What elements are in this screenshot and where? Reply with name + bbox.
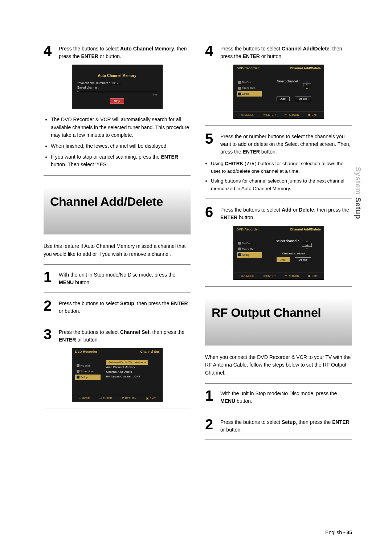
- step-number: 3: [44, 327, 56, 344]
- rf-intro: When you connect the DVD Recorder & VCR …: [205, 353, 352, 377]
- delete-button: Delete: [295, 97, 311, 101]
- osd-channel-add-delete-2: DVD-RecorderChannel Add/Delete No Disc T…: [233, 226, 324, 280]
- add-button: Add: [277, 97, 290, 101]
- osd-footer: ↔ MOVE⏎ ENTER↶ RETURN▣ EXIT: [72, 395, 162, 402]
- step-text: Press the buttons to select Add or Delet…: [220, 205, 352, 221]
- thick-divider: [205, 383, 352, 384]
- osd-row: Antenna/Cable TV : Antenna: [106, 360, 148, 365]
- section-channel-add-delete: Channel Add/Delete: [44, 187, 191, 234]
- divider: [205, 199, 352, 199]
- osd-line: Total channel numbers : 02/125: [77, 81, 157, 85]
- add-step-3: 3 Press the buttons to select Channel Se…: [44, 327, 191, 344]
- divider: [205, 125, 352, 126]
- add-step-1: 1 With the unit in Stop mode/No Disc mod…: [44, 270, 191, 286]
- step-text: Press the buttons to select Setup, then …: [59, 298, 191, 315]
- step4-bullets: The DVD Recorder & VCR will automaticall…: [51, 116, 191, 169]
- osd-channel-add-delete-1: DVD-RecorderChannel Add/Delete No Disc T…: [233, 65, 324, 119]
- divider: [44, 321, 191, 321]
- right-column: 4 Press the buttons to select Channel Ad…: [205, 44, 352, 446]
- step-number: 4: [44, 44, 56, 60]
- select-channel-row: Select channel : ▲1▼: [268, 79, 320, 90]
- side-tab: System Setup: [354, 167, 362, 219]
- step-text: Press the buttons to select Setup, then …: [220, 417, 352, 434]
- step-text: Press the buttons to select Auto Channel…: [59, 44, 191, 60]
- osd-row: Channel Add/Delete: [106, 369, 159, 374]
- section-title: RF Output Channel: [212, 306, 346, 320]
- divider: [205, 439, 352, 440]
- step-number: 1: [44, 270, 56, 286]
- select-channel-row: Select channel : ▲11▼: [268, 239, 320, 250]
- progress-pct: 1%: [77, 93, 157, 96]
- step-text: Press the buttons to select Channel Set,…: [59, 327, 191, 344]
- osd-footer: ⁅⁆ NUMBER⏎ ENTER↶ RETURN▣ EXIT: [234, 273, 324, 279]
- right-step-5: 5 Press the or number buttons to select …: [205, 131, 352, 156]
- divider: [44, 175, 191, 176]
- osd-row: RF Output Channel : CH3: [106, 374, 159, 379]
- add-button: Add: [277, 257, 290, 262]
- thick-divider: [44, 264, 191, 265]
- divider: [205, 286, 352, 287]
- step-text: Press the buttons to select Channel Add/…: [220, 44, 352, 60]
- osd-row: Auto Channel Memory: [106, 365, 159, 369]
- osd-head-left: DVD-Recorder: [75, 350, 98, 353]
- osd-head-right: Channel Set: [140, 350, 159, 353]
- divider: [44, 409, 191, 409]
- rf-step-1: 1 With the unit in Stop mode/No Disc mod…: [205, 388, 352, 405]
- progress-bar: [77, 91, 157, 92]
- bullet: The DVD Recorder & VCR will automaticall…: [51, 116, 191, 139]
- stop-button: Stop: [110, 98, 124, 104]
- section-title: Channel Add/Delete: [50, 195, 184, 209]
- left-column: 4 Press the buttons to select Auto Chann…: [44, 44, 191, 446]
- osd-title: Auto Channel Memory: [77, 74, 157, 78]
- page-footer: English - 35: [325, 529, 352, 535]
- osd-footer: ⁅⁆ NUMBER⏎ ENTER↶ RETURN▣ EXIT: [234, 111, 324, 118]
- page-columns: 4 Press the buttons to select Auto Chann…: [44, 44, 352, 446]
- add-step-2: 2 Press the buttons to select Setup, the…: [44, 298, 191, 315]
- divider: [44, 292, 191, 293]
- add-intro: Use this feature if Auto Channel Memory …: [44, 242, 191, 258]
- step-number: 6: [205, 205, 217, 221]
- osd-head-left: DVD-Recorder: [237, 228, 259, 231]
- bullet: If you want to stop or cancel scanning, …: [51, 153, 191, 169]
- osd-sidebar: No Disc Timer Rec. Setup: [237, 79, 262, 97]
- step-number: 4: [205, 44, 217, 60]
- osd-auto-channel-memory: Auto Channel Memory Total channel number…: [72, 65, 163, 109]
- step-number: 5: [205, 131, 217, 156]
- section-rf-output-channel: RF Output Channel: [205, 298, 352, 345]
- osd-head-right: Channel Add/Delete: [290, 228, 321, 231]
- step-text: With the unit in Stop mode/No Disc mode,…: [59, 270, 191, 286]
- step5-bullets: Using CH/TRK (∧/∨) buttons for channel s…: [211, 160, 352, 193]
- osd-head-right: Channel Add/Delete: [290, 66, 321, 70]
- step-number: 2: [44, 298, 56, 315]
- osd-line: Saved channel :: [77, 86, 157, 89]
- step-text: Press the or number buttons to select th…: [220, 131, 352, 156]
- right-step-4: 4 Press the buttons to select Channel Ad…: [205, 44, 352, 60]
- osd-channel-set: DVD-RecorderChannel Set No Disc Timer Re…: [72, 348, 163, 402]
- osd-sidebar: No Disc Timer Rec. Setup: [75, 363, 101, 380]
- bullet: Using CH/TRK (∧/∨) buttons for channel s…: [211, 160, 352, 175]
- rf-step-2: 2 Press the buttons to select Setup, the…: [205, 417, 352, 434]
- step-number: 2: [205, 417, 217, 434]
- bullet: When finished, the lowest channel will b…: [51, 142, 191, 150]
- left-step-4: 4 Press the buttons to select Auto Chann…: [44, 44, 191, 60]
- osd-sidebar: No Disc Timer Rec. Setup: [237, 241, 262, 258]
- step-number: 1: [205, 388, 217, 405]
- right-step-6: 6 Press the buttons to select Add or Del…: [205, 205, 352, 221]
- bullet: Using buttons for channel selection jump…: [211, 177, 352, 193]
- delete-button: Delete: [295, 257, 311, 262]
- divider: [205, 411, 352, 411]
- osd-message: Channel is added.: [268, 252, 320, 255]
- osd-head-left: DVD-Recorder: [237, 66, 259, 70]
- step-text: With the unit in Stop mode/No Disc mode,…: [220, 388, 352, 405]
